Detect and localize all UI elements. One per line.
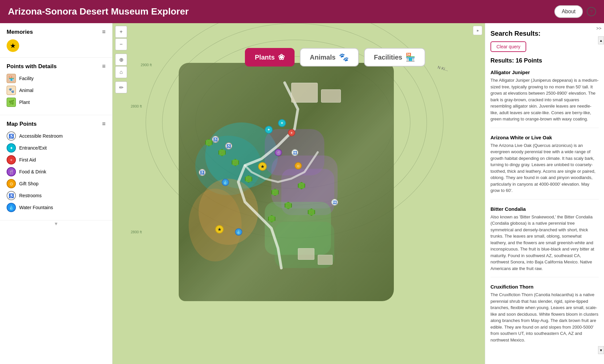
memories-header: Memories ≡ bbox=[7, 28, 106, 35]
map-toolbar: + − ⊕ ⌂ ✏ bbox=[115, 26, 127, 93]
result-name: Cruxifiction Thorn bbox=[490, 284, 599, 290]
map-point-item-gift-shop[interactable]: ⊙Gift Shop bbox=[7, 179, 106, 188]
elevation-label: 2800 ft bbox=[131, 104, 142, 108]
app-title: Arizona-Sonora Desert Museum Explorer bbox=[8, 6, 189, 17]
result-desc: The Alligator Juniper (Juniperus deppean… bbox=[490, 77, 599, 122]
entrance-pin[interactable]: ✦ bbox=[278, 119, 286, 127]
entrance-pin[interactable]: ✦ bbox=[265, 126, 273, 134]
facility-label: Facility bbox=[19, 76, 34, 81]
edit-button[interactable]: ✏ bbox=[115, 81, 127, 93]
restroom-pin[interactable]: 🚻 bbox=[331, 199, 338, 206]
food-drink-label: Food & Drink bbox=[19, 169, 46, 174]
accessible-pin[interactable]: ♿ bbox=[225, 142, 232, 150]
accessible-pin[interactable]: ♿ bbox=[212, 136, 219, 143]
tab-label: Plants bbox=[255, 54, 275, 61]
points-details-title: Points with Details bbox=[7, 63, 57, 70]
museum-path-svg bbox=[179, 63, 394, 301]
water-fountains-map-icon: 💧 bbox=[7, 203, 16, 212]
accessible-restroom-map-icon: ♿ bbox=[7, 131, 16, 141]
panel-toggle-btn[interactable]: >> bbox=[596, 26, 601, 31]
results-count: Results: 16 Points bbox=[490, 57, 599, 64]
museum-satellite-area: ♿ ♿ ♿ ✦ ✦ + 🍴 ⊙ 🌿 🌿 🌿 🌿 🌿 🌿 🌿 bbox=[179, 63, 394, 301]
map-points-section: Map Points ≡ ♿Accessible Restroom✦Entran… bbox=[0, 115, 112, 220]
water-fountains-label: Water Fountains bbox=[19, 205, 53, 210]
zoom-out-button[interactable]: − bbox=[115, 38, 127, 50]
points-details-menu-icon[interactable]: ≡ bbox=[102, 63, 106, 70]
map-point-item-first-aid[interactable]: +First Aid bbox=[7, 155, 106, 164]
legend-item-animal[interactable]: 🐾Animal bbox=[7, 86, 106, 95]
about-button[interactable]: About bbox=[554, 5, 583, 18]
right-panel-scroll-down[interactable]: ▼ bbox=[598, 346, 604, 354]
tab-label: Facilities bbox=[374, 54, 402, 61]
category-tab-animals[interactable]: Animals🐾 bbox=[300, 48, 359, 67]
zoom-in-button[interactable]: + bbox=[115, 26, 127, 38]
road-label: N Ki... bbox=[437, 65, 449, 72]
result-item: Cruxifiction ThornThe Cruxifiction Thorn… bbox=[490, 284, 599, 348]
building bbox=[318, 255, 333, 265]
tab-icon: 🐾 bbox=[339, 53, 349, 62]
result-name: Arizona White or Live Oak bbox=[490, 135, 599, 140]
gift-shop-pin[interactable]: ⊙ bbox=[295, 162, 302, 169]
gift-shop-map-icon: ⊙ bbox=[7, 179, 16, 188]
plant-label: Plant bbox=[19, 100, 30, 105]
building bbox=[291, 83, 318, 103]
memories-section: Memories ≡ ★ bbox=[0, 23, 112, 58]
legend-item-plant[interactable]: 🌿Plant bbox=[7, 98, 106, 107]
memory-pin[interactable]: ★ bbox=[258, 162, 267, 171]
building bbox=[321, 89, 341, 103]
main-layout: Memories ≡ ★ Points with Details ≡ 🏪Faci… bbox=[0, 23, 604, 364]
header-actions: About ? bbox=[554, 5, 596, 18]
result-item: Arizona White or Live OakThe Arizona Liv… bbox=[490, 135, 599, 200]
animal-label: Animal bbox=[19, 88, 33, 93]
right-panel-scroll-up[interactable]: ▲ bbox=[598, 36, 604, 44]
map-points-menu-icon[interactable]: ≡ bbox=[102, 120, 106, 127]
food-drink-pin[interactable]: 🍴 bbox=[275, 149, 282, 156]
help-icon[interactable]: ? bbox=[587, 7, 596, 16]
map-area[interactable]: + − ⊕ ⌂ ✏ Plants❀Animals🐾Facilities🏪 290… bbox=[113, 23, 485, 364]
water-fountain-pin[interactable]: 💧 bbox=[235, 228, 242, 236]
map-point-item-entrance-exit[interactable]: ✦Entrance/Exit bbox=[7, 143, 106, 153]
search-results-title: Search Results: bbox=[490, 30, 599, 37]
animal-icon: 🐾 bbox=[7, 86, 16, 95]
map-right-toggle[interactable]: » bbox=[473, 26, 482, 35]
first-aid-pin[interactable]: + bbox=[288, 129, 295, 136]
home-button[interactable]: ⌂ bbox=[115, 66, 127, 78]
result-item: Alligator JuniperThe Alligator Juniper (… bbox=[490, 69, 599, 128]
memories-title: Memories bbox=[7, 29, 33, 35]
first-aid-label: First Aid bbox=[19, 157, 36, 162]
restrooms-map-icon: ♿ bbox=[7, 191, 16, 200]
category-tab-facilities[interactable]: Facilities🏪 bbox=[364, 48, 426, 67]
legend-item-facility[interactable]: 🏪Facility bbox=[7, 74, 106, 83]
map-point-item-food-drink[interactable]: 🍴Food & Drink bbox=[7, 167, 106, 176]
map-point-item-restrooms[interactable]: ♿Restrooms bbox=[7, 191, 106, 200]
memories-menu-icon[interactable]: ≡ bbox=[102, 28, 106, 35]
building bbox=[298, 248, 314, 260]
tab-icon: 🏪 bbox=[405, 53, 415, 62]
restrooms-label: Restrooms bbox=[19, 193, 42, 198]
memory-star-icon[interactable]: ★ bbox=[7, 39, 19, 52]
map-point-item-water-fountains[interactable]: 💧Water Fountains bbox=[7, 203, 106, 212]
accessible-pin[interactable]: ♿ bbox=[199, 169, 206, 176]
left-panel: Memories ≡ ★ Points with Details ≡ 🏪Faci… bbox=[0, 23, 113, 364]
map-points-header: Map Points ≡ bbox=[7, 120, 106, 127]
result-item: Bitter CondaliaAlso known as 'Bitter Sna… bbox=[490, 206, 599, 278]
memory-pin[interactable]: ★ bbox=[215, 225, 224, 234]
results-list: Alligator JuniperThe Alligator Juniper (… bbox=[490, 69, 599, 348]
category-tabs: Plants❀Animals🐾Facilities🏪 bbox=[245, 48, 425, 67]
right-panel: >> ▲ Search Results: Clear query Results… bbox=[485, 23, 604, 364]
points-with-details-section: Points with Details ≡ 🏪Facility🐾Animal🌿P… bbox=[0, 58, 112, 115]
entrance-exit-map-icon: ✦ bbox=[7, 143, 16, 153]
accessible-restroom-label: Accessible Restroom bbox=[19, 133, 63, 139]
map-points-list: ♿Accessible Restroom✦Entrance/Exit+First… bbox=[7, 131, 106, 212]
category-tab-plants[interactable]: Plants❀ bbox=[245, 48, 295, 67]
result-desc: The Arizona Live Oak (Quercus arizonicus… bbox=[490, 142, 599, 194]
water-fountain-pin[interactable]: 💧 bbox=[222, 179, 229, 186]
compass-button[interactable]: ⊕ bbox=[115, 54, 127, 66]
first-aid-map-icon: + bbox=[7, 155, 16, 164]
tab-icon: ❀ bbox=[278, 53, 285, 62]
points-details-list: 🏪Facility🐾Animal🌿Plant bbox=[7, 74, 106, 107]
left-panel-scroll-down[interactable]: ▼ bbox=[54, 221, 59, 226]
clear-query-button[interactable]: Clear query bbox=[490, 41, 526, 52]
map-point-item-accessible-restroom[interactable]: ♿Accessible Restroom bbox=[7, 131, 106, 141]
restroom-pin[interactable]: 🚻 bbox=[291, 149, 299, 156]
